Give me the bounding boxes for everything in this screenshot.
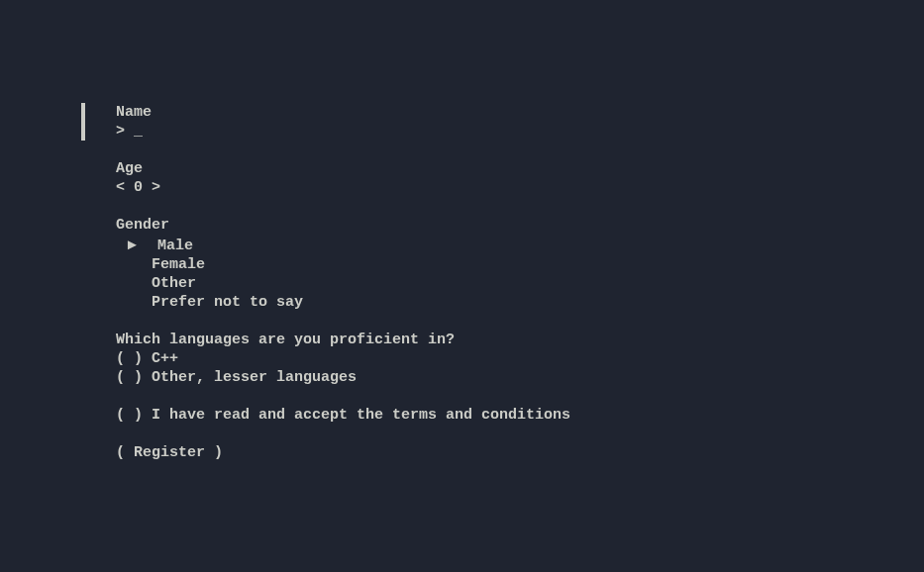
age-label: Age: [116, 159, 924, 178]
name-field-group: Name > _: [81, 103, 924, 141]
languages-option-other[interactable]: ( ) Other, lesser languages: [116, 368, 924, 387]
languages-label: Which languages are you proficient in?: [116, 331, 924, 349]
gender-option-other[interactable]: Other: [116, 274, 924, 293]
languages-option-cpp[interactable]: ( ) C++: [116, 349, 924, 368]
registration-form: Name > _ Age < 0 > Gender ► Male Female …: [0, 0, 924, 462]
gender-option-male[interactable]: ► Male: [116, 235, 924, 255]
gender-label: Gender: [116, 216, 924, 235]
languages-field-group: Which languages are you proficient in? (…: [116, 331, 924, 387]
age-stepper[interactable]: < 0 >: [116, 178, 924, 197]
gender-option-female[interactable]: Female: [116, 255, 924, 274]
terms-field-group: ( ) I have read and accept the terms and…: [116, 406, 924, 425]
pointer-right-icon: ►: [125, 236, 140, 252]
prompt-marker: >: [116, 123, 134, 140]
terms-checkbox[interactable]: ( ) I have read and accept the terms and…: [116, 406, 924, 425]
age-field-group: Age < 0 >: [116, 159, 924, 197]
register-button[interactable]: ( Register ): [116, 443, 924, 462]
submit-group: ( Register ): [116, 443, 924, 462]
gender-field-group: Gender ► Male Female Other Prefer not to…: [116, 216, 924, 312]
gender-option-prefer-not-to-say[interactable]: Prefer not to say: [116, 293, 924, 312]
name-label: Name: [116, 103, 924, 122]
cursor: _: [134, 122, 143, 141]
name-input[interactable]: > _: [116, 122, 924, 141]
